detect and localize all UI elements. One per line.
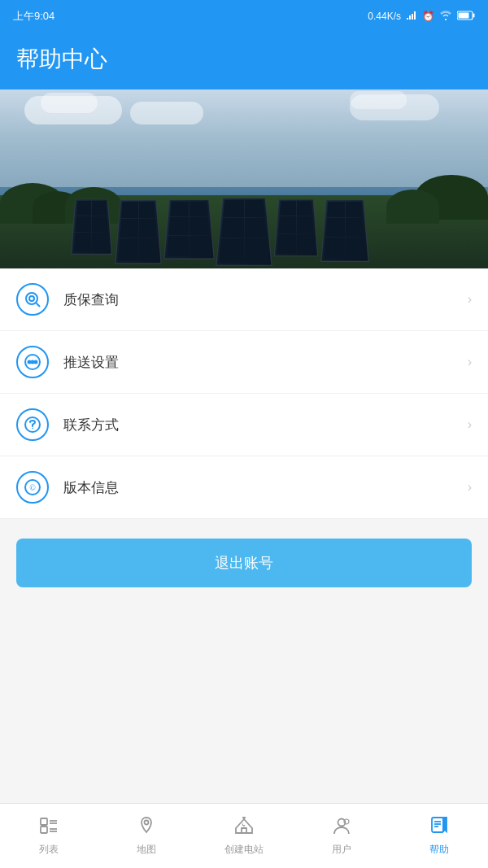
page-header: 帮助中心	[0, 33, 488, 89]
svg-point-5	[29, 296, 34, 301]
solar-panel-3	[163, 199, 215, 260]
status-bar: 上午9:04 0.44K/s ⏰	[0, 0, 488, 33]
nav-create-label: 创建电站	[224, 843, 264, 857]
battery-icon	[457, 11, 475, 23]
status-icons: 0.44K/s ⏰	[368, 10, 475, 24]
logout-button[interactable]: 退出账号	[16, 539, 472, 587]
menu-list: 质保查询 › 推送设置 › 联系方式 ›	[0, 268, 488, 519]
solar-panel-2	[115, 200, 161, 264]
svg-point-9	[35, 361, 37, 364]
logout-section: 退出账号	[0, 519, 488, 607]
nav-item-map[interactable]: 地图	[98, 804, 195, 868]
warranty-icon-wrap	[16, 283, 49, 316]
cloud-3	[130, 102, 203, 124]
version-label: 版本信息	[63, 478, 468, 497]
bottom-nav: 列表 地图 创建电站	[0, 803, 488, 868]
svg-point-7	[28, 361, 31, 364]
svg-rect-23	[432, 818, 443, 832]
contact-label: 联系方式	[63, 416, 468, 434]
page-title: 帮助中心	[16, 44, 472, 75]
panel-group-2	[118, 195, 159, 260]
menu-item-push[interactable]: 推送设置 ›	[0, 331, 488, 394]
nav-map-label: 地图	[137, 843, 156, 857]
panel-group-3	[167, 195, 211, 256]
menu-item-version[interactable]: © 版本信息 ›	[0, 456, 488, 519]
status-time: 上午9:04	[13, 9, 54, 24]
network-speed: 0.44K/s	[368, 11, 401, 22]
map-icon	[136, 815, 157, 840]
contact-arrow: ›	[468, 417, 472, 432]
panel-group-6	[324, 195, 366, 259]
svg-rect-1	[459, 12, 469, 18]
svg-rect-2	[473, 13, 475, 17]
nav-item-list[interactable]: 列表	[0, 804, 98, 868]
signal-icon	[406, 10, 417, 24]
nav-item-create[interactable]: 创建电站	[195, 804, 293, 868]
nav-item-user[interactable]: 用户	[293, 804, 390, 868]
menu-item-contact[interactable]: 联系方式 ›	[0, 394, 488, 456]
svg-point-11	[32, 428, 33, 430]
svg-rect-14	[41, 818, 47, 825]
list-icon	[38, 815, 59, 840]
svg-rect-15	[41, 827, 47, 833]
push-icon-wrap	[16, 346, 49, 378]
wifi-icon	[439, 11, 452, 23]
panel-group-4	[220, 193, 268, 262]
user-icon	[331, 815, 352, 840]
alarm-icon: ⏰	[422, 11, 434, 22]
help-icon	[429, 815, 450, 840]
version-icon-wrap: ©	[16, 471, 49, 504]
svg-point-3	[26, 293, 37, 304]
nav-item-help[interactable]: 帮助	[390, 804, 488, 868]
panel-group-1	[73, 195, 110, 252]
nav-list-label: 列表	[39, 843, 59, 857]
svg-line-4	[37, 303, 41, 308]
svg-point-20	[145, 821, 149, 825]
cloud-5	[350, 91, 407, 109]
solar-panel-5	[274, 199, 318, 257]
svg-point-8	[32, 361, 34, 364]
warranty-arrow: ›	[468, 292, 472, 307]
svg-text:©: ©	[29, 483, 36, 492]
solar-panel-1	[71, 199, 112, 255]
version-arrow: ›	[468, 480, 472, 495]
panel-group-5	[277, 195, 316, 254]
cloud-2	[41, 93, 98, 113]
nav-user-label: 用户	[332, 843, 351, 857]
tree-5	[386, 190, 439, 224]
hero-banner	[0, 89, 488, 268]
push-label: 推送设置	[63, 353, 468, 372]
warranty-label: 质保查询	[63, 290, 468, 309]
solar-panel-4	[216, 198, 272, 266]
contact-icon-wrap	[16, 408, 49, 441]
menu-item-warranty[interactable]: 质保查询 ›	[0, 268, 488, 331]
solar-panel-6	[320, 200, 369, 263]
create-icon	[233, 815, 255, 840]
push-arrow: ›	[468, 355, 472, 369]
nav-help-label: 帮助	[429, 843, 449, 857]
